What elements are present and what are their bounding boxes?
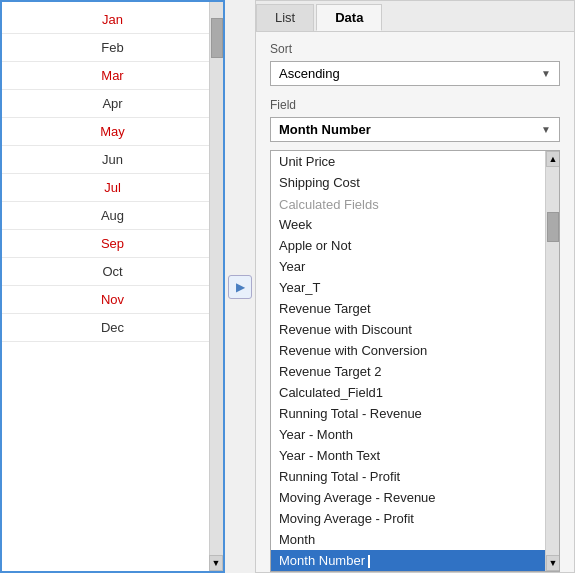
dropdown-list-item[interactable]: Calculated_Field1 [271,382,545,403]
move-right-button[interactable]: ▶ [228,275,252,299]
dropdown-list-item[interactable]: Moving Average - Revenue [271,487,545,508]
dropdown-list-item[interactable]: Year - Month [271,424,545,445]
month-item[interactable]: Feb [2,34,223,62]
dropdown-list-item[interactable]: Month [271,529,545,550]
dropdown-list-item[interactable]: Unit Price [271,151,545,172]
tab-data[interactable]: Data [316,4,382,31]
month-item[interactable]: Aug [2,202,223,230]
month-item[interactable]: Mar [2,62,223,90]
dropdown-list-item[interactable]: Running Total - Revenue [271,403,545,424]
dropdown-list-item[interactable]: Year [271,256,545,277]
dropdown-list-item[interactable]: Apple or Not [271,235,545,256]
dropdown-list-item[interactable]: Revenue with Discount [271,319,545,340]
month-item[interactable]: Oct [2,258,223,286]
dropdown-list-item[interactable]: Shipping Cost [271,172,545,193]
sort-label: Sort [270,42,560,56]
tab-bar: List Data [256,1,574,32]
field-dropdown-arrow: ▼ [541,124,551,135]
month-item[interactable]: Sep [2,230,223,258]
sort-dropdown-arrow: ▼ [541,68,551,79]
dropdown-list-item[interactable]: Year_T [271,277,545,298]
list-scrollbar: ▲ ▼ [545,151,559,571]
list-scroll-down[interactable]: ▼ [546,555,560,571]
month-list-container: JanFebMarAprMayJunJulAugSepOctNovDec ▲ ▼ [2,2,223,571]
scroll-down-arrow[interactable]: ▼ [209,555,223,571]
list-scroll-up[interactable]: ▲ [546,151,560,167]
list-scrollbar-thumb[interactable] [547,212,559,242]
month-item[interactable]: Apr [2,90,223,118]
field-value: Month Number [279,122,371,137]
dropdown-list-item[interactable]: Month Number [271,550,545,571]
sort-value: Ascending [279,66,340,81]
dropdown-list-item[interactable]: Running Total - Profit [271,466,545,487]
month-item[interactable]: May [2,118,223,146]
field-list-inner: Unit PriceShipping CostCalculated Fields… [271,151,545,571]
left-panel: JanFebMarAprMayJunJulAugSepOctNovDec ▲ ▼ [0,0,225,573]
right-content: Sort Ascending ▼ Field Month Number ▼ Un… [256,32,574,573]
tab-list[interactable]: List [256,4,314,31]
scrollbar-thumb[interactable] [211,18,223,58]
dropdown-category-header: Calculated Fields [271,193,545,214]
field-list: Unit PriceShipping CostCalculated Fields… [270,150,560,572]
dropdown-list-item[interactable]: Week [271,214,545,235]
month-item[interactable]: Jul [2,174,223,202]
move-button-container: ▶ [225,0,255,573]
month-item[interactable]: Jun [2,146,223,174]
dropdown-list-item[interactable]: Revenue with Conversion [271,340,545,361]
left-scrollbar [209,2,223,571]
month-list: JanFebMarAprMayJunJulAugSepOctNovDec [2,2,223,346]
field-dropdown[interactable]: Month Number ▼ [270,117,560,142]
dropdown-list-item[interactable]: Revenue Target 2 [271,361,545,382]
dropdown-list-item[interactable]: Moving Average - Profit [271,508,545,529]
month-item[interactable]: Jan [2,6,223,34]
sort-dropdown[interactable]: Ascending ▼ [270,61,560,86]
month-item[interactable]: Dec [2,314,223,342]
right-panel: List Data Sort Ascending ▼ Field Month N… [255,0,575,573]
field-label: Field [270,98,560,112]
month-item[interactable]: Nov [2,286,223,314]
dropdown-list-item[interactable]: Revenue Target [271,298,545,319]
dropdown-list-item[interactable]: Year - Month Text [271,445,545,466]
